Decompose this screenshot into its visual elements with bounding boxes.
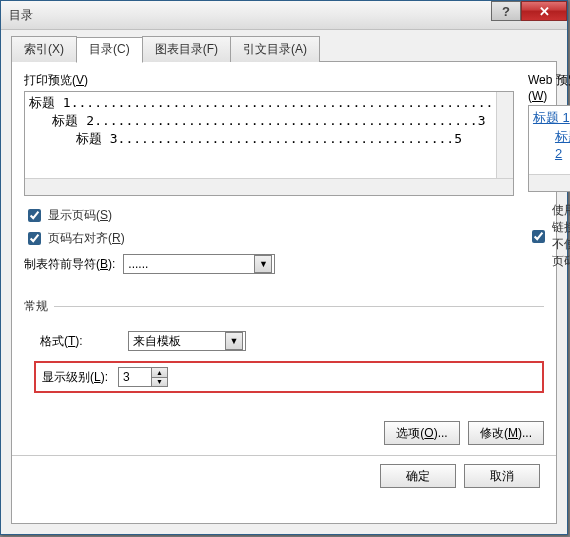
close-button[interactable]: ✕ <box>521 1 567 21</box>
web-toc-link[interactable]: 标题 2 <box>555 128 570 161</box>
print-preview-box: 标题 1....................................… <box>24 91 514 196</box>
preview-row: 打印预览(V) 标题 1............................… <box>24 72 544 274</box>
check-right-align[interactable]: 页码右对齐(R) <box>24 229 514 248</box>
title-text: 目录 <box>9 7 33 24</box>
format-value: 来自模板 <box>133 333 181 350</box>
title-buttons: ? ✕ <box>491 1 567 21</box>
scrollbar-horizontal[interactable] <box>25 178 513 195</box>
levels-label: 显示级别(L): <box>42 369 108 386</box>
chevron-down-icon: ▼ <box>225 332 243 350</box>
dialog-window: 目录 ? ✕ 索引(X) 目录(C) 图表目录(F) 引文目录(A) 打印预览(… <box>0 0 568 535</box>
tab-strip: 索引(X) 目录(C) 图表目录(F) 引文目录(A) <box>11 36 557 62</box>
print-preview-label: 打印预览(V) <box>24 72 514 89</box>
format-combo[interactable]: 来自模板 ▼ <box>128 331 246 351</box>
toc-line: 标题 3....................................… <box>29 130 509 148</box>
modify-button[interactable]: 修改(M)... <box>468 421 544 445</box>
web-checks: 使用超链接而不使用页码(H) <box>528 198 570 274</box>
tab-citations[interactable]: 引文目录(A) <box>230 36 320 62</box>
options-button[interactable]: 选项(O)... <box>384 421 460 445</box>
leader-row: 制表符前导符(B): ...... ▼ <box>24 254 514 274</box>
check-hyperlink-input[interactable] <box>532 230 545 243</box>
web-preview-box: 标题 1标题 2标题 3 <box>528 105 570 192</box>
format-label: 格式(T): <box>40 333 120 350</box>
print-checks: 显示页码(S) 页码右对齐(R) 制表符前导符(B): ...... ▼ <box>24 202 514 274</box>
tab-toc[interactable]: 目录(C) <box>76 37 143 63</box>
titlebar: 目录 ? ✕ <box>1 1 567 30</box>
leader-combo[interactable]: ...... ▼ <box>123 254 275 274</box>
ok-button[interactable]: 确定 <box>380 464 456 488</box>
footer-row: 确定 取消 <box>24 456 544 488</box>
print-preview-col: 打印预览(V) 标题 1............................… <box>24 72 514 274</box>
format-row: 格式(T): 来自模板 ▼ <box>40 331 544 351</box>
web-toc-link[interactable]: 标题 1 <box>533 109 570 127</box>
help-button[interactable]: ? <box>491 1 521 21</box>
tab-page-toc: 打印预览(V) 标题 1............................… <box>11 61 557 524</box>
toc-line: 标题 2....................................… <box>29 112 509 130</box>
spinner-buttons: ▲ ▼ <box>151 368 167 386</box>
toc-line: 标题 1....................................… <box>29 94 509 112</box>
web-toc-line: 标题 1 <box>533 109 570 127</box>
scrollbar-horizontal[interactable] <box>529 174 570 191</box>
web-toc-line: 标题 2 <box>533 128 570 161</box>
check-right-align-input[interactable] <box>28 232 41 245</box>
dialog-body: 索引(X) 目录(C) 图表目录(F) 引文目录(A) 打印预览(V) 标题 1… <box>1 30 567 534</box>
levels-value: 3 <box>123 370 130 384</box>
levels-spinner[interactable]: 3 ▲ ▼ <box>118 367 168 387</box>
check-hyperlink[interactable]: 使用超链接而不使用页码(H) <box>528 202 570 270</box>
cancel-button[interactable]: 取消 <box>464 464 540 488</box>
check-show-page[interactable]: 显示页码(S) <box>24 206 514 225</box>
chevron-down-icon: ▼ <box>254 255 272 273</box>
tab-index[interactable]: 索引(X) <box>11 36 77 62</box>
leader-label: 制表符前导符(B): <box>24 256 115 273</box>
check-show-page-input[interactable] <box>28 209 41 222</box>
group-general-label: 常规 <box>24 298 544 315</box>
web-preview-col: Web 预览(W) 标题 1标题 2标题 3 使用超链接而不使用页码(H) <box>528 72 570 274</box>
options-row: 选项(O)... 修改(M)... <box>24 421 544 445</box>
tab-figures[interactable]: 图表目录(F) <box>142 36 231 62</box>
spinner-up-icon[interactable]: ▲ <box>151 368 167 378</box>
web-preview-label: Web 预览(W) <box>528 72 570 103</box>
spinner-down-icon[interactable]: ▼ <box>151 378 167 387</box>
levels-highlight: 显示级别(L): 3 ▲ ▼ <box>34 361 544 393</box>
scrollbar-vertical[interactable] <box>496 92 513 179</box>
leader-value: ...... <box>128 257 148 271</box>
